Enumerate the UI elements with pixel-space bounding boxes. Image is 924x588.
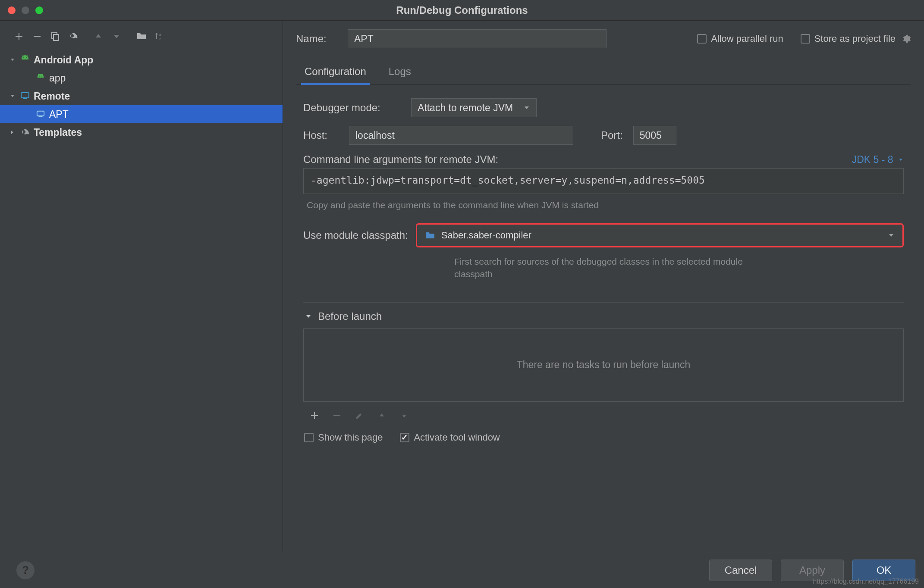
module-classpath-select[interactable]: Saber.saber-compiler — [416, 223, 904, 247]
wrench-icon — [20, 127, 30, 138]
remote-icon — [20, 91, 30, 101]
debugger-mode-label: Debugger mode: — [303, 102, 401, 114]
svg-rect-8 — [21, 93, 29, 98]
checkbox-icon — [801, 34, 810, 44]
window-title: Run/Debug Configurations — [0, 4, 924, 16]
android-icon — [20, 55, 30, 65]
chevron-down-icon — [305, 313, 312, 320]
watermark: https://blog.csdn.net/qq_17766199 — [813, 578, 919, 585]
copy-config-icon[interactable] — [47, 28, 63, 44]
before-launch-toolbar — [303, 402, 904, 428]
show-this-page-checkbox[interactable]: Show this page — [304, 432, 383, 443]
host-value: localhost — [355, 130, 395, 141]
add-task-icon[interactable] — [307, 408, 322, 423]
chevron-down-icon — [888, 232, 895, 239]
tree-group-label: Templates — [34, 127, 82, 138]
jvm-args-value: -agentlib:jdwp=transport=dt_socket,serve… — [311, 175, 705, 186]
checkbox-checked-icon — [400, 433, 409, 442]
port-value: 5005 — [640, 130, 662, 141]
module-classpath-label: Use module classpath: — [303, 229, 408, 241]
before-launch-label: Before launch — [318, 310, 382, 322]
tree-item-app[interactable]: app — [0, 69, 283, 87]
chevron-down-icon — [9, 92, 16, 100]
move-task-up-icon[interactable] — [374, 408, 390, 423]
dialog-footer: ? Cancel Apply OK — [0, 552, 924, 588]
tree-group-label: Android App — [34, 54, 93, 66]
module-classpath-hint: First search for sources of the debugged… — [454, 255, 782, 281]
svg-point-7 — [41, 76, 42, 77]
config-tabs: Configuration Logs — [296, 61, 911, 85]
tree-item-label: app — [49, 72, 66, 84]
tree-group-android[interactable]: Android App — [0, 51, 283, 69]
android-icon — [35, 73, 46, 83]
port-label: Port: — [601, 129, 623, 141]
allow-parallel-label: Allow parallel run — [711, 33, 783, 44]
tree-group-remote[interactable]: Remote — [0, 87, 283, 105]
debugger-mode-select[interactable]: Attach to remote JVM — [411, 98, 537, 117]
module-classpath-value: Saber.saber-compiler — [441, 230, 531, 241]
add-config-icon[interactable] — [11, 28, 27, 44]
sort-alpha-icon[interactable]: az — [152, 28, 167, 44]
svg-rect-9 — [23, 98, 27, 99]
allow-parallel-checkbox[interactable]: Allow parallel run — [697, 33, 783, 44]
svg-text:a: a — [159, 32, 161, 37]
sidebar-toolbar: az — [0, 25, 283, 50]
svg-text:z: z — [159, 37, 161, 41]
store-as-project-checkbox[interactable]: Store as project file — [801, 33, 911, 44]
remove-task-icon[interactable] — [329, 408, 345, 423]
tree-item-apt[interactable]: APT — [0, 105, 283, 123]
svg-point-4 — [23, 57, 24, 58]
activate-tool-window-checkbox[interactable]: Activate tool window — [400, 432, 500, 443]
checkbox-icon — [697, 34, 707, 44]
gear-icon[interactable] — [902, 34, 911, 44]
chevron-down-icon — [9, 56, 16, 64]
configurations-sidebar: az Android App app — [0, 21, 283, 552]
name-value: APT — [354, 33, 374, 45]
module-icon — [425, 231, 435, 240]
edit-task-icon[interactable] — [352, 408, 367, 423]
before-launch-empty: There are no tasks to run before launch — [517, 359, 691, 371]
svg-point-6 — [39, 76, 40, 77]
before-launch-header[interactable]: Before launch — [303, 303, 904, 326]
configuration-panel: Name: APT Allow parallel run Store as pr… — [283, 21, 924, 552]
remote-icon — [35, 109, 46, 119]
name-field[interactable]: APT — [348, 29, 607, 48]
svg-rect-1 — [53, 34, 59, 41]
cancel-button[interactable]: Cancel — [709, 560, 772, 581]
tab-configuration[interactable]: Configuration — [302, 61, 369, 84]
tab-logs[interactable]: Logs — [386, 61, 414, 84]
debugger-mode-value: Attach to remote JVM — [418, 102, 513, 114]
remove-config-icon[interactable] — [29, 28, 45, 44]
name-label: Name: — [296, 33, 339, 45]
move-up-icon[interactable] — [91, 28, 106, 44]
chevron-right-icon — [9, 128, 16, 136]
activate-tool-window-label: Activate tool window — [414, 432, 500, 443]
help-button[interactable]: ? — [16, 561, 35, 579]
show-this-page-label: Show this page — [318, 432, 383, 443]
jvm-args-hint: Copy and paste the arguments to the comm… — [307, 200, 904, 210]
port-field[interactable]: 5005 — [633, 126, 676, 145]
edit-templates-icon[interactable] — [66, 28, 81, 44]
args-label: Command line arguments for remote JVM: — [303, 153, 498, 166]
tree-group-label: Remote — [34, 91, 70, 102]
jdk-version-label: JDK 5 - 8 — [852, 154, 893, 165]
checkbox-icon — [304, 433, 314, 442]
jdk-version-select[interactable]: JDK 5 - 8 — [852, 154, 904, 166]
move-task-down-icon[interactable] — [396, 408, 412, 423]
jvm-args-field[interactable]: -agentlib:jdwp=transport=dt_socket,serve… — [303, 168, 904, 194]
store-as-project-label: Store as project file — [814, 33, 896, 44]
folder-icon[interactable] — [134, 28, 149, 44]
move-down-icon[interactable] — [109, 28, 124, 44]
host-label: Host: — [303, 129, 339, 141]
svg-rect-11 — [38, 116, 42, 117]
svg-point-5 — [26, 57, 27, 58]
host-field[interactable]: localhost — [349, 126, 573, 145]
tree-group-templates[interactable]: Templates — [0, 123, 283, 141]
config-tree: Android App app Remote APT — [0, 50, 283, 141]
tree-item-label: APT — [49, 109, 69, 120]
before-launch-tasks: There are no tasks to run before launch — [303, 328, 904, 402]
titlebar: Run/Debug Configurations — [0, 0, 924, 21]
svg-rect-10 — [37, 111, 44, 116]
chevron-down-icon — [523, 104, 530, 111]
